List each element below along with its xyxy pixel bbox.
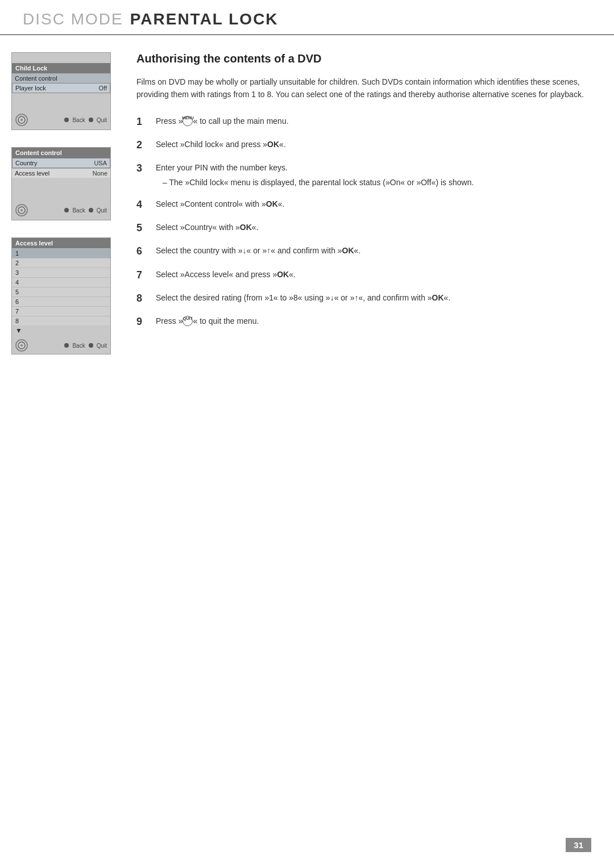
svg-point-3 <box>20 209 23 211</box>
step-7-number: 7 <box>136 268 149 282</box>
quit-superscript: QUIT <box>183 315 193 322</box>
menu-superscript: MENU <box>182 115 194 121</box>
step-6: 6 Select the country with »↓« or »↑« and… <box>136 244 586 258</box>
step-1: 1 Press »MENU« to call up the main menu. <box>136 115 586 129</box>
quit-dot <box>89 118 93 122</box>
step-5-number: 5 <box>136 221 149 235</box>
screen3-item-4: 4 <box>12 277 110 287</box>
screen3-down-arrow: ▼ <box>12 326 110 336</box>
steps-list: 1 Press »MENU« to call up the main menu.… <box>136 115 586 329</box>
step-6-ok: OK <box>342 246 354 255</box>
screen2-access-label: Access level <box>12 169 61 178</box>
back-dot <box>64 118 69 122</box>
screen1-row-content-control: Content control <box>12 73 110 83</box>
step-7-ok: OK <box>277 270 289 279</box>
step-4-ok: OK <box>266 199 278 208</box>
quit-label: Quit <box>97 117 107 123</box>
main-content: Child Lock Content control Player lock O… <box>0 35 614 361</box>
screen-mockup-3: Access level 1 2 3 4 5 6 7 8 ▼ Back <box>11 237 111 354</box>
screen2-row-country: Country USA <box>12 158 110 168</box>
svg-point-5 <box>20 344 23 347</box>
screen1-footer: Back Quit <box>12 111 110 126</box>
back-label-2: Back <box>72 207 85 214</box>
screen2-footer: Back Quit <box>12 202 110 216</box>
step-1-number: 1 <box>136 115 149 129</box>
screen2-header: Content control <box>12 148 110 158</box>
step-4-number: 4 <box>136 198 149 212</box>
step-6-number: 6 <box>136 244 149 258</box>
step-2: 2 Select »Child lock« and press »OK«. <box>136 138 586 152</box>
screen3-item-1: 1 <box>12 248 110 258</box>
step-5-ok: OK <box>240 223 252 232</box>
quit-label-3: Quit <box>97 343 107 349</box>
quit-label-2: Quit <box>97 207 107 214</box>
step-8-ok: OK <box>432 293 444 302</box>
step-3-sub: – The »Child lock« menu is displayed, th… <box>156 176 586 189</box>
screen3-footer: Back Quit <box>12 337 110 354</box>
step-6-text: Select the country with »↓« or »↑« and c… <box>156 244 586 257</box>
quit-dot-2 <box>89 208 93 212</box>
back-label-3: Back <box>72 343 85 349</box>
step-5: 5 Select »Country« with »OK«. <box>136 221 586 235</box>
page-number: 31 <box>566 838 591 852</box>
step-8: 8 Select the desired rating (from »1« to… <box>136 291 586 306</box>
screen1-buttons: Back Quit <box>64 117 107 123</box>
screen3-header: Access level <box>12 238 110 248</box>
screen3-item-2: 2 <box>12 258 110 268</box>
screen2-row-access: Access level None <box>12 168 110 178</box>
step-3-text: Enter your PIN with the number keys. – T… <box>156 161 586 189</box>
content-area: Authorising the contents of a DVD Films … <box>119 52 614 361</box>
step-2-ok: OK <box>267 140 279 149</box>
screen2-country-label: Country <box>13 158 61 168</box>
screen3-item-8: 8 <box>12 316 110 326</box>
screen1-header: Child Lock <box>12 63 110 73</box>
screen1-player-lock-value: Off <box>61 84 110 93</box>
screen3-item-6: 6 <box>12 297 110 306</box>
step-7: 7 Select »Access level« and press »OK«. <box>136 268 586 282</box>
screen2-access-value: None <box>61 169 111 178</box>
disc-mode-label: DISC MODE <box>23 10 123 28</box>
step-1-text: Press »MENU« to call up the main menu. <box>156 115 586 127</box>
screen1-player-lock-label: Player lock <box>13 84 61 93</box>
screen2-country-value: USA <box>61 158 110 168</box>
quit-dot-3 <box>89 343 93 348</box>
step-8-number: 8 <box>136 291 149 306</box>
quit-icon: QUIT <box>182 316 193 326</box>
step-5-text: Select »Country« with »OK«. <box>156 221 586 233</box>
step-2-text: Select »Child lock« and press »OK«. <box>156 138 586 151</box>
back-dot-3 <box>64 343 69 348</box>
back-label: Back <box>72 117 85 123</box>
screen3-nav-icon <box>15 339 28 352</box>
step-4-text: Select »Content control« with »OK«. <box>156 198 586 210</box>
intro-text: Films on DVD may be wholly or partially … <box>136 76 586 101</box>
step-3-number: 3 <box>136 161 149 176</box>
screen1-row-player-lock: Player lock Off <box>12 83 110 93</box>
screen3-item-7: 7 <box>12 306 110 316</box>
step-7-text: Select »Access level« and press »OK«. <box>156 268 586 281</box>
section-title: Authorising the contents of a DVD <box>136 52 586 65</box>
step-3: 3 Enter your PIN with the number keys. –… <box>136 161 586 189</box>
screen3-item-3: 3 <box>12 268 110 277</box>
step-2-number: 2 <box>136 138 149 152</box>
svg-point-1 <box>20 119 23 121</box>
sidebar: Child Lock Content control Player lock O… <box>0 52 119 361</box>
step-4: 4 Select »Content control« with »OK«. <box>136 198 586 212</box>
screen2-nav-icon <box>15 204 28 216</box>
parental-lock-label: PARENTAL LOCK <box>130 10 279 28</box>
screen-mockup-1: Child Lock Content control Player lock O… <box>11 52 111 130</box>
step-9: 9 Press »QUIT« to quit the menu. <box>136 315 586 329</box>
screen2-buttons: Back Quit <box>64 207 107 214</box>
screen-mockup-2: Content control Country USA Access level… <box>11 147 111 220</box>
screen1-content-control-label: Content control <box>12 74 110 83</box>
back-dot-2 <box>64 208 69 212</box>
step-9-text: Press »QUIT« to quit the menu. <box>156 315 586 327</box>
step-9-number: 9 <box>136 315 149 329</box>
screen3-buttons: Back Quit <box>64 343 107 349</box>
menu-icon: MENU <box>182 116 193 126</box>
screen3-item-5: 5 <box>12 287 110 297</box>
page-header: DISC MODE PARENTAL LOCK <box>0 0 614 35</box>
step-8-text: Select the desired rating (from »1« to »… <box>156 291 586 304</box>
screen1-nav-icon <box>15 114 28 126</box>
